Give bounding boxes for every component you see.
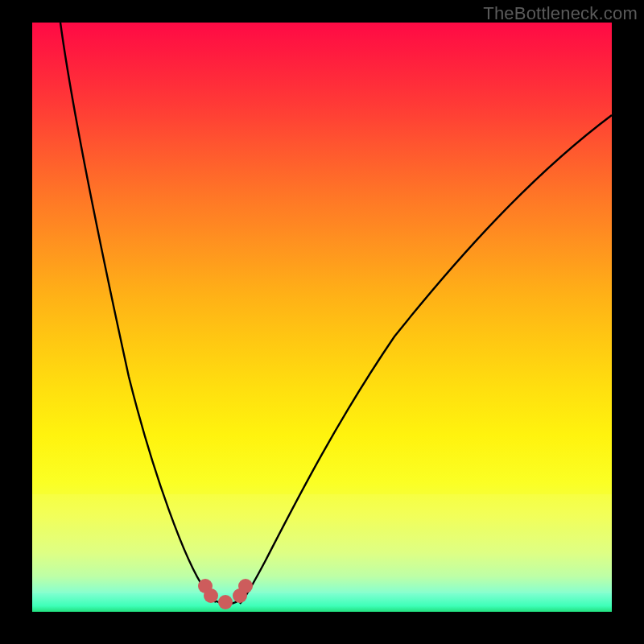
chart-frame: TheBottleneck.com — [0, 0, 644, 644]
watermark-text: TheBottleneck.com — [483, 3, 638, 24]
marker-dots — [198, 579, 253, 609]
curve-left-branch — [60, 23, 216, 602]
gradient-plot-area — [32, 23, 612, 612]
marker-dot — [204, 588, 218, 603]
marker-dot — [218, 595, 233, 609]
curve-right-branch — [240, 115, 612, 604]
marker-dot — [238, 579, 253, 593]
bottleneck-curve — [32, 23, 612, 612]
